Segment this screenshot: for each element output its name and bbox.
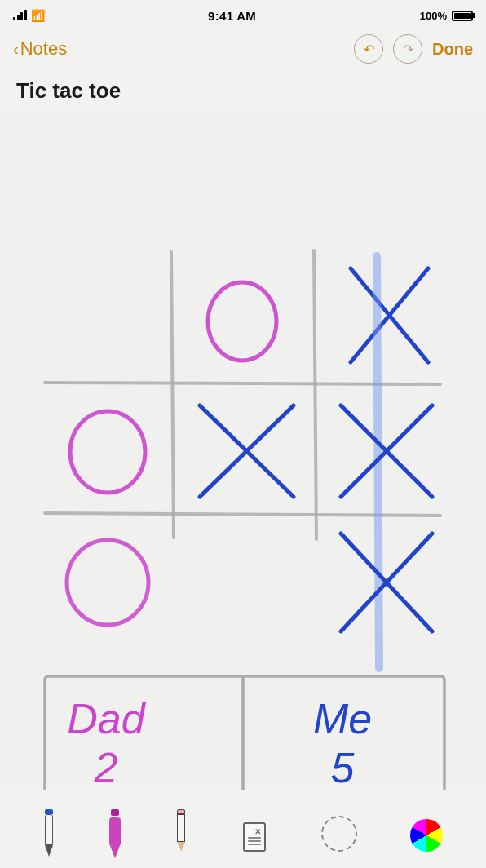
signal-icon [13,11,27,20]
redo-icon: ↷ [403,42,413,57]
svg-text:2: 2 [94,744,118,790]
pen-tool[interactable] [43,803,55,852]
lasso-icon [321,816,357,852]
marker-icon [108,809,122,852]
status-left: 📶 [13,9,45,22]
back-label: Notes [20,38,67,60]
status-right: 100% [420,10,473,22]
canvas-area[interactable]: Dad 2 Me 5 [0,113,486,790]
done-button[interactable]: Done [432,40,473,59]
lasso-tool[interactable] [321,803,357,852]
nav-bar: ‹ Notes ↶ ↷ Done [0,29,486,72]
redo-button[interactable]: ↷ [393,34,422,64]
undo-button[interactable]: ↶ [354,34,383,64]
pencil-tool[interactable] [175,803,187,852]
undo-icon: ↶ [364,42,374,57]
pen-icon [43,809,55,852]
marker-tool[interactable] [108,803,122,852]
wifi-icon: 📶 [31,9,45,22]
color-picker-tool[interactable] [410,803,443,852]
chevron-left-icon: ‹ [13,40,19,59]
pencil-icon [175,809,187,852]
svg-point-4 [208,282,276,361]
eraser-tool[interactable]: ✕ [241,803,268,852]
svg-point-13 [67,540,148,625]
color-picker-icon [410,819,443,852]
svg-text:Dad: Dad [67,695,146,742]
status-bar: 📶 9:41 AM 100% [0,0,486,29]
toolbar: ✕ [0,795,486,868]
back-button[interactable]: ‹ Notes [13,38,67,60]
svg-point-8 [70,411,145,493]
svg-text:Me: Me [313,695,372,742]
nav-actions: ↶ ↷ Done [354,34,473,64]
svg-line-1 [314,250,316,539]
clock: 9:41 AM [208,9,256,23]
note-title: Tic tac toe [0,72,486,113]
battery-icon [452,11,473,21]
battery-pct: 100% [420,10,447,22]
svg-line-0 [171,252,174,538]
svg-text:5: 5 [331,744,356,790]
eraser-icon: ✕ [241,809,268,852]
